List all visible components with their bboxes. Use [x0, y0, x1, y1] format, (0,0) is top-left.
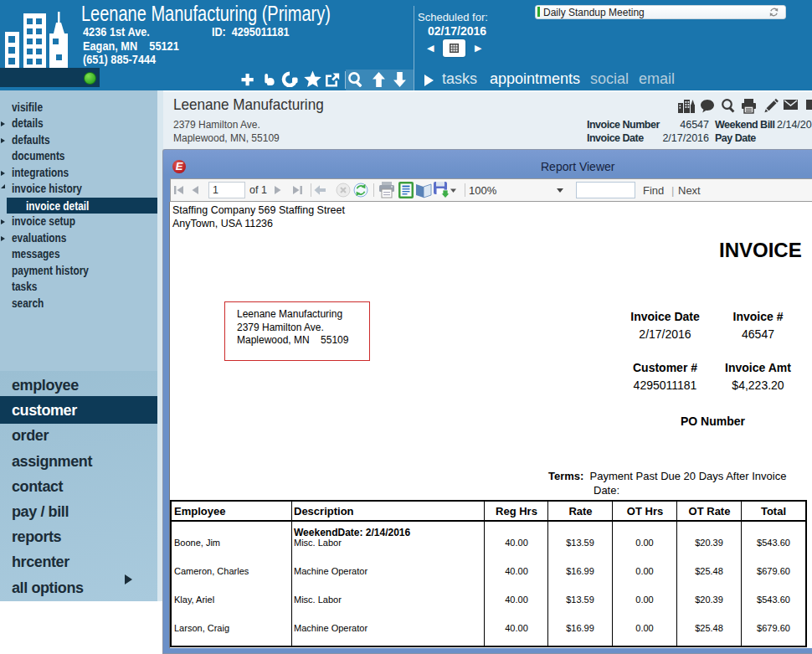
svg-text:1: 1 — [213, 184, 218, 196]
svg-text:of 1: of 1 — [249, 184, 267, 196]
